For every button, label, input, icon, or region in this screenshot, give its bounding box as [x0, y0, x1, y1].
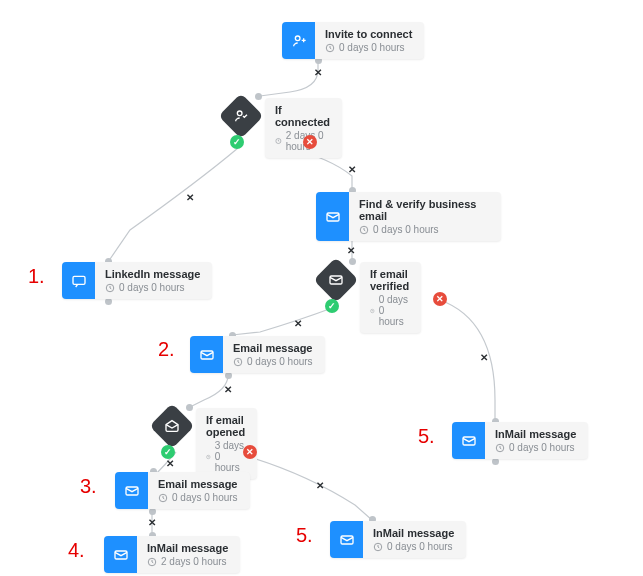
path-x-icon: ✕ — [314, 67, 322, 78]
port-dot — [255, 93, 262, 100]
port-dot — [349, 258, 356, 265]
envelope-icon — [190, 336, 223, 373]
cross-badge-icon: ✕ — [243, 445, 257, 459]
node-delay: 0 days 0 hours — [158, 492, 238, 503]
flowchart-canvas: ✕ ✕ ✕ ✕ ✕ ✕ ✕ ✕ ✕ ✕ Invite to connect 0 … — [0, 0, 643, 576]
path-x-icon: ✕ — [186, 192, 194, 203]
svg-point-2 — [237, 111, 242, 116]
node-title: If email verified — [370, 268, 409, 292]
clock-icon — [206, 452, 211, 462]
node-delay: 0 days 0 hours — [325, 42, 412, 53]
cross-badge-icon: ✕ — [433, 292, 447, 306]
path-x-icon: ✕ — [294, 318, 302, 329]
node-delay: 2 days 0 hours — [147, 556, 228, 567]
node-title: InMail message — [373, 527, 454, 539]
path-x-icon: ✕ — [480, 352, 488, 363]
node-title: InMail message — [147, 542, 228, 554]
path-x-icon: ✕ — [316, 480, 324, 491]
node-inmail-message-3[interactable]: InMail message 0 days 0 hours — [452, 422, 588, 459]
path-x-icon: ✕ — [166, 458, 174, 469]
node-inmail-message-1[interactable]: InMail message 2 days 0 hours — [104, 536, 240, 573]
node-title: Email message — [233, 342, 313, 354]
annotation-1: 1. — [28, 265, 45, 288]
node-find-verify-email[interactable]: Find & verify business email 0 days 0 ho… — [316, 192, 501, 241]
node-delay: 0 days 0 hours — [495, 442, 576, 453]
port-dot — [492, 458, 499, 465]
path-x-icon: ✕ — [348, 164, 356, 175]
annotation-5a: 5. — [296, 524, 313, 547]
path-x-icon: ✕ — [224, 384, 232, 395]
annotation-3: 3. — [80, 475, 97, 498]
node-title: InMail message — [495, 428, 576, 440]
node-title: Invite to connect — [325, 28, 412, 40]
check-badge-icon: ✓ — [325, 299, 339, 313]
node-linkedin-message[interactable]: LinkedIn message 0 days 0 hours — [62, 262, 212, 299]
clock-icon — [105, 283, 115, 293]
path-x-icon: ✕ — [148, 517, 156, 528]
node-email-message-1[interactable]: Email message 0 days 0 hours — [190, 336, 325, 373]
node-delay: 0 days 0 hours — [359, 224, 489, 235]
envelope-icon — [330, 521, 363, 558]
node-title: Email message — [158, 478, 238, 490]
clock-icon — [325, 43, 335, 53]
port-dot — [225, 372, 232, 379]
path-x-icon: ✕ — [347, 245, 355, 256]
envelope-icon — [316, 192, 349, 241]
cross-badge-icon: ✕ — [303, 135, 317, 149]
clock-icon — [359, 225, 369, 235]
envelope-icon — [452, 422, 485, 459]
clock-icon — [147, 557, 157, 567]
envelope-icon — [104, 536, 137, 573]
node-delay: 0 days 0 hours — [233, 356, 313, 367]
node-inmail-message-2[interactable]: InMail message 0 days 0 hours — [330, 521, 466, 558]
annotation-2: 2. — [158, 338, 175, 361]
node-delay: 0 days 0 hours — [373, 541, 454, 552]
node-email-message-2[interactable]: Email message 0 days 0 hours — [115, 472, 250, 509]
clock-icon — [275, 136, 282, 146]
svg-point-0 — [295, 36, 300, 41]
person-plus-icon — [282, 22, 315, 59]
check-badge-icon: ✓ — [230, 135, 244, 149]
message-icon — [62, 262, 95, 299]
node-title: Find & verify business email — [359, 198, 489, 222]
node-title: If email opened — [206, 414, 245, 438]
port-dot — [186, 404, 193, 411]
clock-icon — [495, 443, 505, 453]
node-delay: 0 days 0 hours — [370, 294, 409, 327]
clock-icon — [233, 357, 243, 367]
node-delay: 0 days 0 hours — [105, 282, 200, 293]
node-delay: 3 days 0 hours — [206, 440, 245, 473]
check-badge-icon: ✓ — [161, 445, 175, 459]
node-title: If connected — [275, 104, 330, 128]
clock-icon — [370, 306, 375, 316]
clock-icon — [158, 493, 168, 503]
annotation-5b: 5. — [418, 425, 435, 448]
node-title: LinkedIn message — [105, 268, 200, 280]
clock-icon — [373, 542, 383, 552]
node-invite-to-connect[interactable]: Invite to connect 0 days 0 hours — [282, 22, 424, 59]
svg-rect-4 — [73, 276, 85, 284]
annotation-4: 4. — [68, 539, 85, 562]
port-dot — [105, 298, 112, 305]
condition-diamond-icon — [218, 93, 263, 138]
envelope-icon — [115, 472, 148, 509]
port-dot — [149, 508, 156, 515]
